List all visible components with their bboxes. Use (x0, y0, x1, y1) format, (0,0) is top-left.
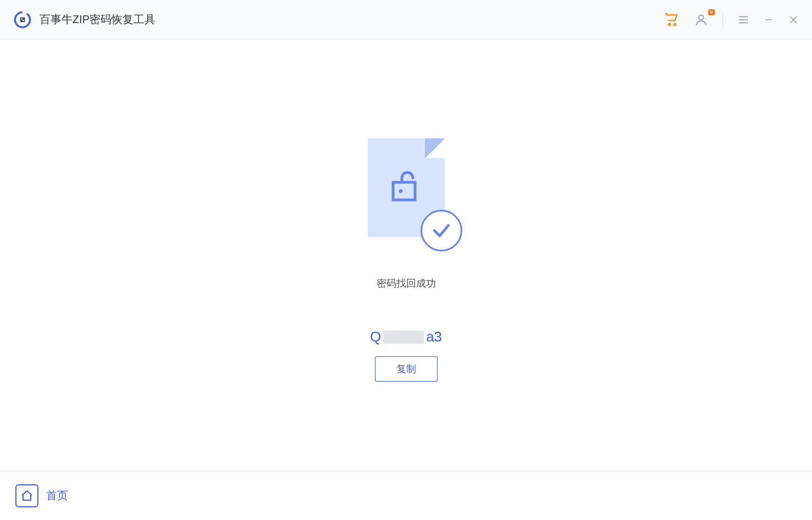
footer-bar: 首页 (0, 471, 812, 520)
home-button[interactable] (15, 484, 38, 507)
title-bar: 百事牛ZIP密码恢复工具 V (0, 0, 812, 40)
home-label[interactable]: 首页 (46, 488, 68, 503)
svg-point-5 (674, 23, 676, 25)
app-title: 百事牛ZIP密码恢复工具 (40, 12, 155, 27)
home-icon (20, 489, 33, 502)
close-icon[interactable] (788, 14, 799, 25)
svg-point-14 (399, 189, 402, 193)
minimize-icon[interactable] (764, 15, 774, 25)
svg-rect-2 (21, 18, 23, 20)
svg-rect-3 (23, 20, 24, 21)
checkmark-badge-icon (421, 210, 462, 251)
password-suffix: a3 (426, 328, 442, 345)
header-left: 百事牛ZIP密码恢复工具 (13, 10, 155, 29)
unlock-icon (391, 170, 424, 205)
hamburger-menu-icon[interactable] (737, 14, 749, 26)
status-message: 密码找回成功 (377, 277, 436, 290)
svg-point-6 (699, 15, 704, 20)
svg-rect-13 (393, 182, 415, 200)
copy-button[interactable]: 复制 (375, 356, 438, 382)
vip-badge: V (708, 9, 715, 15)
cart-icon[interactable] (663, 12, 680, 28)
password-masked-portion (383, 331, 424, 344)
main-content: 密码找回成功 Q a3 复制 (0, 40, 812, 471)
success-illustration (357, 138, 456, 248)
divider (723, 12, 723, 27)
header-right: V (663, 12, 799, 28)
svg-point-4 (668, 23, 670, 25)
user-account-icon[interactable]: V (694, 13, 708, 27)
password-prefix: Q (370, 328, 381, 345)
recovered-password: Q a3 (370, 328, 442, 345)
app-logo-icon (13, 10, 32, 29)
